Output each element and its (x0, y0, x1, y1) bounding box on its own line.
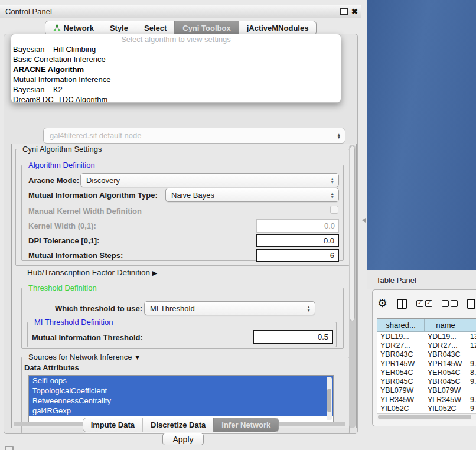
table-cell: 9 (467, 404, 476, 413)
algorithm-option[interactable]: Bayesian – Hill Climbing (11, 44, 341, 54)
tab-network[interactable]: Network (45, 21, 102, 35)
table-cell: YBL079W (377, 386, 425, 395)
table-cell: YDL19... (425, 332, 467, 341)
float-window-icon[interactable] (340, 8, 348, 15)
export-table-icon[interactable] (467, 299, 475, 309)
docked-panel-icon[interactable] (5, 446, 14, 450)
select-all-checkboxes-icon[interactable]: ✓✓ (416, 300, 432, 307)
tab-style[interactable]: Style (102, 21, 136, 35)
tab-jactivemnodules[interactable]: jActiveMNodules (239, 21, 317, 35)
table-cell: YDR27... (425, 341, 467, 350)
table-cell: YBR043C (425, 350, 467, 359)
table-row[interactable]: YLR345WYLR345W9. (377, 395, 476, 404)
algorithm-option[interactable]: Basic Correlation Inference (11, 54, 341, 64)
algorithm-dropdown-prompt: Select algorithm to view settings (11, 35, 341, 44)
network-selector-combo[interactable]: gal4filtered.sif default node ▲▼ (43, 128, 345, 144)
mi-type-label: Mutual Information Algorithm Type: (28, 191, 158, 200)
bottom-tab-discretize-data[interactable]: Discretize Data (142, 418, 213, 432)
table-panel-title: Table Panel (376, 276, 416, 285)
hub-section-label[interactable]: Hub/Transcription Factor Definition ▶ (27, 268, 157, 277)
table-row[interactable]: YPR145WYPR145W9. (377, 359, 476, 368)
table-row[interactable]: YBR045CYBR045C9. (377, 377, 476, 386)
algorithm-dropdown-popup: Select algorithm to view settings Bayesi… (11, 34, 341, 103)
control-panel-titlebar: Control Panel ✖ (0, 5, 361, 18)
network-selector-value: gal4filtered.sif default node (50, 131, 141, 140)
attribute-item[interactable]: SelfLoops (29, 376, 333, 386)
table-toolbar: ⚙ ✓✓ (377, 296, 475, 311)
expand-right-icon[interactable]: ▶ (152, 269, 157, 276)
tab-style-label: Style (110, 24, 128, 32)
bottom-tab-impute-data[interactable]: Impute Data (83, 418, 142, 432)
column-header-name[interactable]: name (425, 319, 467, 331)
algorithm-option[interactable]: Bayesian – K2 (11, 84, 341, 94)
apply-button[interactable]: Apply (162, 433, 204, 445)
tab-jactivemnodules-label: jActiveMNodules (247, 24, 309, 32)
tab-select[interactable]: Select (136, 21, 174, 35)
mi-type-combo[interactable]: Naive Bayes ▲▼ (165, 188, 339, 202)
mi-steps-field[interactable]: 6 (256, 249, 339, 262)
attribute-item[interactable]: TopologicalCoefficient (29, 386, 333, 396)
algorithm-option-list: Bayesian – Hill ClimbingBasic Correlatio… (11, 44, 341, 103)
algorithm-option[interactable]: ARACNE Algorithm (11, 64, 341, 74)
dpi-tolerance-field[interactable]: 0.0 (256, 234, 339, 247)
gear-icon[interactable]: ⚙ (377, 298, 387, 309)
table-cell (467, 350, 476, 359)
which-threshold-combo[interactable]: MI Threshold ▲▼ (144, 301, 315, 315)
manual-kernel-label: Manual Kernel Width Definition (28, 207, 142, 216)
table-row[interactable]: YDL19...YDL19...13 (377, 332, 476, 341)
bottom-tab-infer-network-label: Infer Network (221, 420, 270, 429)
which-threshold-value: MI Threshold (150, 304, 195, 313)
table-horizontal-scrollbar[interactable] (377, 413, 476, 420)
cytoscape-desktop: GALGAL80GAL10GAL11GAL1SWI4GAL4GCY1HAP4YH… (367, 0, 476, 270)
table-row[interactable]: YBR043CYBR043C (377, 350, 476, 359)
attribute-list-scrollbar[interactable] (327, 377, 332, 420)
mi-steps-label: Mutual Information Steps: (28, 251, 123, 260)
attribute-item[interactable]: BetweennessCentrality (29, 396, 333, 406)
kernel-width-label: Kernel Width (0,1): (28, 221, 96, 230)
settings-vertical-scrollbar[interactable] (349, 145, 356, 428)
table-row[interactable]: YIL052CYIL052C9 (377, 404, 476, 413)
close-panel-icon[interactable]: ✖ (351, 9, 358, 15)
tab-cyni-toolbox[interactable]: Cyni Toolbox (174, 21, 238, 35)
aracne-mode-combo[interactable]: Discovery ▲▼ (80, 173, 339, 187)
kernel-width-field[interactable]: 0.0 (256, 219, 339, 233)
table-cell: YER054C (425, 368, 467, 377)
algorithm-option[interactable]: Mutual Information Inference (11, 74, 341, 84)
table-cell: YPR145W (377, 359, 425, 368)
tab-select-label: Select (144, 24, 167, 32)
table-row[interactable]: YDR27...YDR27...12 (377, 341, 476, 350)
table-cell: YLR345W (377, 395, 425, 404)
algorithm-option[interactable]: Dream8 DC_TDC Algorithm (11, 94, 341, 103)
bottom-tab-discretize-data-label: Discretize Data (151, 420, 206, 429)
table-cell: YER054C (377, 368, 425, 377)
mi-threshold-label: Mutual Information Threshold: (32, 333, 143, 342)
mi-threshold-field[interactable]: 0.5 (253, 330, 333, 344)
collapse-down-icon[interactable]: ▼ (134, 354, 141, 361)
stepper-icon: ▲▼ (337, 132, 341, 139)
threshold-definition-title: Threshold Definition (26, 283, 99, 292)
network-icon (53, 24, 61, 32)
table-cell: 12 (467, 341, 476, 350)
table-cell: YDL19... (377, 332, 425, 341)
columns-icon[interactable] (397, 299, 407, 309)
table-row[interactable]: YER054CYER054C8. (377, 368, 476, 377)
aracne-mode-label: Aracne Mode: (28, 176, 79, 185)
bottom-tab-infer-network[interactable]: Infer Network (213, 418, 278, 432)
manual-kernel-checkbox[interactable] (330, 206, 338, 214)
table-cell: YBR045C (377, 377, 425, 386)
attribute-item[interactable]: gal4RGexp (29, 406, 333, 416)
table-row[interactable]: YBL079WYBL079W (377, 386, 476, 395)
deselect-all-checkboxes-icon[interactable] (442, 300, 458, 307)
panel-splitter-handle[interactable] (362, 218, 366, 223)
data-attributes-list[interactable]: SelfLoopsTopologicalCoefficientBetweenne… (28, 375, 334, 422)
table-cell: YPR145W (425, 359, 467, 368)
column-header-shared-name[interactable]: shared... (377, 319, 425, 331)
kernel-width-value: 0.0 (324, 221, 335, 230)
table-cell: YIL052C (425, 404, 467, 413)
hub-section-text: Hub/Transcription Factor Definition (27, 268, 150, 277)
sources-title[interactable]: Sources for Network Inference ▼ (26, 353, 143, 361)
mi-threshold-value: 0.5 (318, 332, 328, 341)
table-cell: YLR345W (425, 395, 467, 404)
table-cell: YBL079W (425, 386, 467, 395)
column-header-clipped[interactable]: A (467, 319, 476, 331)
